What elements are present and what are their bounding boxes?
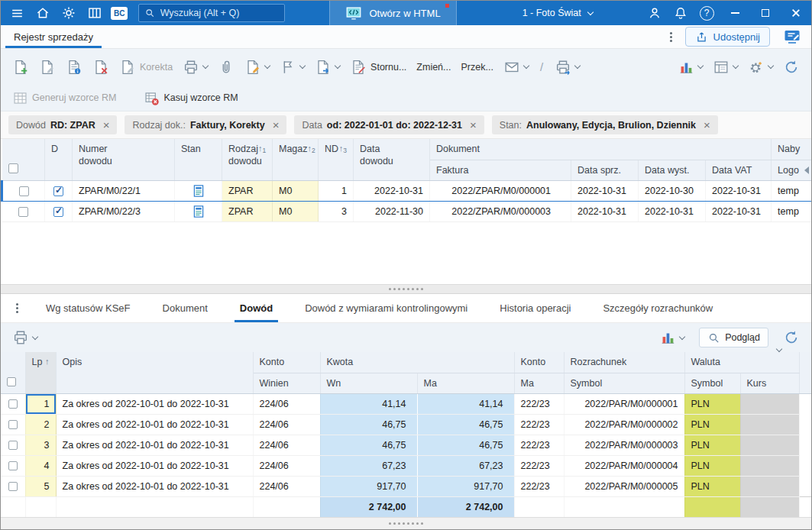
tab-wg-statusow-ksef[interactable]: Wg statusów KSeF: [30, 294, 147, 322]
d-checkbox[interactable]: [53, 186, 63, 196]
feedback-panel-button[interactable]: [780, 27, 804, 47]
rozrachunek-cell[interactable]: 2022/PAR/M0/000003: [564, 435, 684, 455]
select-all-checkbox[interactable]: [7, 377, 16, 386]
tab-dowod-z-wymiarami[interactable]: Dowód z wymiarami kontrolingowymi: [289, 294, 484, 322]
kwota-wn-cell[interactable]: 41,14: [320, 393, 417, 414]
grid-settings-button[interactable]: [744, 56, 777, 79]
d-cell[interactable]: [45, 180, 73, 201]
kwota-ma-cell[interactable]: 917,70: [417, 476, 514, 496]
scroll-left-arrow[interactable]: [804, 166, 809, 174]
table-row[interactable]: 3 Za okres od 2022-10-01 do 2022-10-31 2…: [1, 435, 811, 455]
kurs-cell[interactable]: [740, 435, 799, 455]
konto-ma-cell[interactable]: 222/23: [514, 414, 564, 435]
edit-document-button[interactable]: [35, 56, 60, 79]
opis-cell[interactable]: Za okres od 2022-10-01 do 2022-10-31: [56, 414, 253, 435]
kwota-wn-cell[interactable]: 917,70: [320, 476, 417, 496]
refresh-button[interactable]: [779, 56, 804, 79]
chart-button[interactable]: [655, 326, 688, 349]
table-row[interactable]: ZPAR/M0/22/3 ZPAR M0 3 2022-11-30 2022/Z…: [2, 201, 812, 221]
col-group-kwota[interactable]: Kwota: [320, 352, 514, 373]
col-header-konto-ma[interactable]: Konto: [514, 352, 564, 373]
remove-filter-icon[interactable]: [103, 119, 110, 131]
row-select-cell[interactable]: [2, 201, 45, 221]
waluta-cell[interactable]: PLN: [684, 435, 740, 455]
col-header-waluta-symbol[interactable]: Symbol: [684, 373, 740, 393]
kwota-ma-cell[interactable]: 46,75: [417, 414, 514, 435]
user-button[interactable]: [642, 1, 668, 25]
col-header-data-sprz[interactable]: Data sprz.: [571, 160, 639, 180]
konto-winien-cell[interactable]: 224/06: [253, 476, 320, 496]
change-button[interactable]: Zmień...: [412, 59, 455, 76]
konto-ma-cell[interactable]: 222/23: [514, 476, 564, 496]
flag-button[interactable]: [276, 56, 309, 79]
konto-winien-cell[interactable]: 224/06: [253, 393, 320, 414]
data-vat-cell[interactable]: 2022-10-31: [706, 201, 772, 221]
konto-winien-cell[interactable]: 224/06: [253, 435, 320, 455]
col-header-nd[interactable]: ND3: [319, 139, 354, 180]
open-in-html-button[interactable]: Otwórz w HTML: [329, 1, 456, 25]
magazyn-cell[interactable]: M0: [273, 201, 319, 221]
row-checkbox[interactable]: [8, 482, 18, 491]
kurs-cell[interactable]: [740, 455, 799, 476]
filter-chip-stan[interactable]: Stan: Anulowany, Edycja, Brulion, Dzienn…: [492, 115, 718, 134]
delete-document-button[interactable]: [89, 56, 113, 79]
preview-button[interactable]: Podgląd: [699, 328, 768, 347]
lp-cell[interactable]: 4: [25, 455, 56, 476]
lp-cell[interactable]: 1: [25, 393, 56, 414]
row-select-cell[interactable]: [1, 455, 25, 476]
minimize-button[interactable]: [720, 1, 750, 25]
col-header-numer-dowodu[interactable]: Numerdowodu: [73, 139, 175, 180]
stan-cell[interactable]: [175, 201, 222, 221]
kurs-cell[interactable]: [740, 476, 799, 496]
rozrachunek-cell[interactable]: 2022/PAR/M0/000004: [564, 455, 684, 476]
nabywca-cell[interactable]: temp: [772, 180, 811, 201]
row-checkbox[interactable]: [19, 186, 29, 196]
forward-button[interactable]: Przek...: [458, 59, 497, 76]
waluta-cell[interactable]: PLN: [684, 476, 740, 496]
row-select-cell[interactable]: [1, 414, 25, 435]
row-select-cell[interactable]: [2, 180, 45, 201]
export-document-button[interactable]: [311, 56, 344, 79]
table-row[interactable]: 5 Za okres od 2022-10-01 do 2022-10-31 2…: [1, 476, 811, 496]
konto-ma-cell[interactable]: 222/23: [514, 435, 564, 455]
help-button[interactable]: [694, 1, 720, 25]
storno-button[interactable]: Stornu...: [346, 56, 410, 79]
attachment-button[interactable]: [214, 56, 238, 79]
lp-cell[interactable]: 2: [25, 414, 56, 435]
col-header-d[interactable]: D: [45, 139, 73, 180]
data-dowodu-cell[interactable]: 2022-10-31: [354, 180, 430, 201]
row-select-cell[interactable]: [1, 476, 25, 496]
home-button[interactable]: [30, 1, 56, 25]
col-header-ma2[interactable]: Ma: [514, 373, 564, 393]
col-header-faktura[interactable]: Faktura: [430, 160, 571, 180]
kwota-ma-cell[interactable]: 41,14: [417, 393, 514, 414]
data-wyst-cell[interactable]: 2022-10-30: [639, 180, 706, 201]
tab-rejestr-sprzedazy[interactable]: Rejestr sprzedaży: [4, 25, 103, 48]
korekta-button[interactable]: Korekta: [115, 56, 176, 79]
data-sprz-cell[interactable]: 2022-10-31: [571, 180, 639, 201]
tab-dowod[interactable]: Dowód: [224, 294, 289, 322]
nd-cell[interactable]: 1: [319, 180, 354, 201]
new-document-button[interactable]: [8, 56, 33, 79]
row-checkbox[interactable]: [8, 461, 18, 470]
opis-cell[interactable]: Za okres od 2022-10-01 do 2022-10-31: [56, 393, 253, 414]
opis-cell[interactable]: Za okres od 2022-10-01 do 2022-10-31: [56, 435, 253, 455]
data-dowodu-cell[interactable]: 2022-11-30: [354, 201, 430, 221]
bc-badge[interactable]: BC: [111, 7, 128, 20]
chart-button[interactable]: [674, 56, 707, 79]
lp-cell[interactable]: 3: [25, 435, 56, 455]
lp-cell[interactable]: 5: [25, 476, 56, 496]
konto-winien-cell[interactable]: 224/06: [253, 414, 320, 435]
magazyn-cell[interactable]: M0: [273, 180, 319, 201]
remove-filter-icon[interactable]: [704, 119, 710, 131]
company-selector[interactable]: 1 - Foto Świat: [522, 8, 593, 18]
col-header-wn[interactable]: Wn: [320, 373, 417, 393]
rodzaj-cell[interactable]: ZPAR: [222, 180, 273, 201]
search-input[interactable]: [160, 8, 280, 18]
konto-ma-cell[interactable]: 222/23: [514, 455, 564, 476]
numer-cell[interactable]: ZPAR/M0/22/3: [73, 201, 175, 221]
row-select-cell[interactable]: [1, 393, 25, 414]
notifications-button[interactable]: [668, 1, 694, 25]
filter-chip-dowod[interactable]: Dowód RD: ZPAR: [8, 115, 117, 134]
waluta-cell[interactable]: PLN: [684, 455, 740, 476]
